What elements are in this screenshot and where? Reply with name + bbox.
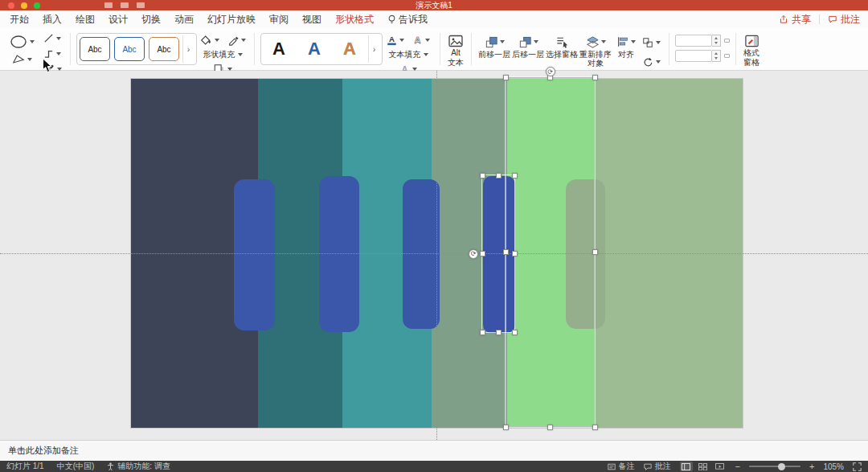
ribbon-tab[interactable]: 切换 [141,13,161,27]
insert-shapes-group [6,31,64,76]
selection-handle[interactable] [480,330,485,335]
ribbon-tab[interactable]: 形状格式 [335,13,374,27]
send-backward-button[interactable]: 后移一层 [511,34,545,69]
align-button[interactable]: 对齐 [612,34,640,69]
text-fill-button[interactable]: 文本填充 [387,48,430,61]
wordart-style-preset[interactable]: A [264,36,294,62]
shape-fill-icon-button[interactable] [198,33,222,47]
toggle-notes-button[interactable]: 备注 [608,461,635,472]
selection-handle[interactable] [512,330,518,335]
rounded-rect-shape[interactable] [566,179,605,329]
shape-outline-button[interactable] [225,33,248,47]
wordart-style-preset[interactable]: A [334,36,365,62]
accessibility-checker[interactable]: 辅助功能: 调查 [107,461,170,472]
language-indicator[interactable]: 中文(中国) [57,461,95,472]
ribbon-tab[interactable]: 动画 [174,13,194,27]
shape-style-preset[interactable]: Abc [149,37,179,61]
normal-view-button[interactable] [680,462,693,471]
rotate-objects-button[interactable] [640,55,663,69]
wordart-style-preset[interactable]: A [299,36,330,62]
size-options-icon[interactable] [724,54,730,58]
selection-handle[interactable] [480,251,485,257]
shape-style-preset[interactable]: Abc [114,37,145,61]
zoom-slider-knob[interactable] [778,463,785,470]
toggle-comments-button[interactable]: 批注 [644,461,671,472]
shape-width-input[interactable] [675,50,712,62]
edit-shape-button[interactable] [10,52,35,66]
selection-handle[interactable] [496,330,502,335]
connector-icon [43,48,54,59]
width-stepper[interactable] [712,50,721,62]
selection-handle[interactable] [480,173,485,179]
connector-tool-button[interactable] [41,47,63,60]
selection-handle[interactable] [592,249,598,255]
selection-handle[interactable] [496,173,502,179]
slide-sorter-view-button[interactable] [697,462,710,471]
accessibility-icon [107,462,114,470]
align-label: 对齐 [609,50,643,59]
zoom-slider[interactable] [749,466,800,467]
selection-handle[interactable] [547,425,553,430]
shape-style-preset[interactable]: Abc [80,37,110,61]
ribbon-tab[interactable]: 开始 [10,13,29,27]
selection-pane-label: 选择窗格 [545,50,579,59]
zoom-in-button[interactable]: + [809,462,814,471]
selection-handle[interactable] [592,75,598,80]
selection-handle[interactable] [503,75,509,80]
send-backward-label: 后移一层 [511,50,545,59]
selection-handle[interactable] [512,173,518,179]
shape-fill-label: 形状填充 [203,49,235,60]
text-fill-icon-button[interactable]: A [384,33,407,47]
selection-handle[interactable] [503,249,509,255]
rounded-rect-shape[interactable] [403,179,440,329]
arrange-group: 前移一层 后移一层 选择窗格 重新排序对象 [477,31,663,69]
shape-fill-button[interactable]: 形状填充 [202,48,244,61]
vertical-guide [436,71,437,440]
rounded-rect-shape[interactable] [234,179,275,330]
notes-icon [608,463,616,470]
rotation-handle[interactable]: ⟳ [469,249,478,259]
format-pane-button[interactable]: 格式窗格 [742,34,761,67]
line-tool-button[interactable] [41,31,63,45]
ribbon-tab[interactable]: 插入 [43,13,62,27]
gallery-expand-button[interactable]: › [182,35,194,63]
group-objects-icon [642,37,653,48]
ribbon-tab[interactable]: 设计 [108,13,128,27]
divider [819,14,820,24]
ribbon-tab[interactable]: 幻灯片放映 [207,13,256,27]
comments-button[interactable]: 批注 [828,13,860,27]
slideshow-view-button[interactable] [714,462,727,471]
slide-canvas[interactable]: ⟳⟳ [0,71,868,440]
group-objects-button[interactable] [640,35,663,50]
ribbon-tab[interactable]: 审阅 [269,13,289,27]
wordart-style-gallery: AAA › [260,33,383,65]
selection-handle[interactable] [503,425,509,430]
ribbon-tab[interactable]: 视图 [302,13,321,27]
rotation-handle[interactable]: ⟳ [546,67,555,76]
line-icon [43,33,54,43]
insert-shape-button[interactable] [6,31,38,52]
share-button[interactable]: 共享 [779,13,811,27]
ribbon-tab[interactable]: 告诉我 [387,13,428,27]
zoom-out-button[interactable]: − [735,462,740,471]
alt-text-button[interactable]: Alt文本 [446,34,465,67]
height-stepper[interactable] [712,35,721,47]
fit-slide-to-window-icon[interactable] [853,462,862,471]
ribbon-tab[interactable]: 绘图 [76,13,95,27]
tab-label: 形状格式 [335,13,374,27]
text-outline-button[interactable]: A [410,33,432,47]
lock-aspect-icon[interactable] [724,39,730,43]
zoom-percentage[interactable]: 105% [823,462,844,471]
reorder-objects-button[interactable]: 重新排序对象 [579,34,612,69]
notes-pane[interactable]: 单击此处添加备注 [0,440,868,461]
selection-handle[interactable] [512,251,518,257]
wordart-expand-button[interactable]: › [368,35,379,63]
bring-forward-label: 前移一层 [477,50,511,59]
rounded-rect-shape[interactable] [483,176,515,333]
bring-forward-button[interactable]: 前移一层 [477,34,511,69]
status-bar: 幻灯片 1/1 中文(中国) 辅助功能: 调查 备注 批注 [0,461,868,472]
selection-handle[interactable] [592,425,598,430]
shape-height-input[interactable] [675,35,712,47]
rounded-rect-shape[interactable] [319,176,359,332]
selection-pane-button[interactable]: 选择窗格 [545,34,579,69]
